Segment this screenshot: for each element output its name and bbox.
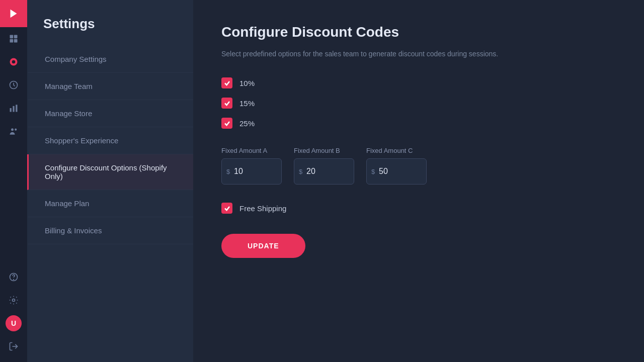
help-nav-icon[interactable]: [0, 265, 27, 289]
sidebar-item-manage-team[interactable]: Manage Team: [27, 73, 193, 100]
svg-rect-4: [14, 39, 18, 43]
fixed-amount-a-input[interactable]: [221, 158, 282, 185]
svg-point-11: [11, 128, 14, 131]
fixed-amount-c-wrapper: $: [366, 158, 427, 185]
grid-icon: [9, 34, 19, 44]
sidebar: Settings Company Settings Manage Team Ma…: [27, 0, 193, 362]
fixed-amount-c-label: Fixed Amount C: [366, 147, 427, 154]
clock-icon: [9, 80, 19, 90]
svg-rect-3: [10, 39, 14, 43]
checkbox-row-10[interactable]: 10%: [221, 77, 616, 88]
free-shipping-label: Free Shipping: [239, 204, 286, 213]
checkbox-label-15: 15%: [239, 99, 255, 108]
fixed-amounts-row: Fixed Amount A $ Fixed Amount B $ Fixed …: [221, 147, 616, 185]
fixed-amount-b-prefix: $: [299, 168, 302, 175]
avatar[interactable]: U: [6, 315, 22, 331]
checkbox-row-15[interactable]: 15%: [221, 98, 616, 109]
update-button[interactable]: UPDATE: [221, 234, 305, 258]
svg-rect-2: [14, 35, 18, 39]
logout-nav-icon[interactable]: [0, 335, 27, 358]
team-nav-icon[interactable]: [0, 120, 27, 143]
sidebar-item-manage-plan[interactable]: Manage Plan: [27, 190, 193, 217]
fixed-amount-c-prefix: $: [371, 168, 375, 175]
free-shipping-checkbox[interactable]: [221, 203, 232, 214]
rail-bottom: U: [0, 265, 27, 362]
main-content: Configure Discount Codes Select predefin…: [193, 0, 644, 362]
percentage-checkbox-group: 10% 15% 25%: [221, 77, 616, 129]
dashboard-nav-icon[interactable]: [0, 27, 27, 50]
people-icon: [9, 126, 19, 136]
checkbox-10[interactable]: [221, 77, 232, 88]
gear-nav-icon[interactable]: [0, 289, 27, 312]
checkmark-icon: [224, 100, 230, 107]
fixed-amounts-section: Fixed Amount A $ Fixed Amount B $ Fixed …: [221, 147, 616, 185]
logo-button[interactable]: [0, 0, 27, 27]
sidebar-item-shoppers-experience[interactable]: Shopper's Experience: [27, 127, 193, 154]
free-shipping-row[interactable]: Free Shipping: [221, 203, 616, 214]
logout-icon: [9, 341, 19, 351]
checkmark-icon: [224, 80, 230, 86]
sidebar-item-manage-store[interactable]: Manage Store: [27, 100, 193, 127]
fixed-amount-a-prefix: $: [226, 168, 230, 175]
fixed-amount-a-wrapper: $: [221, 158, 282, 185]
checkbox-row-25[interactable]: 25%: [221, 118, 616, 129]
settings-nav-icon[interactable]: [0, 50, 27, 73]
chart-nav-icon[interactable]: [0, 97, 27, 120]
checkbox-label-25: 25%: [239, 119, 255, 128]
checkbox-25[interactable]: [221, 118, 232, 129]
checkmark-icon: [224, 205, 230, 212]
fixed-amount-a-label: Fixed Amount A: [221, 147, 282, 154]
fixed-amount-b-group: Fixed Amount B $: [294, 147, 354, 185]
svg-rect-1: [10, 35, 14, 39]
fixed-amount-c-input[interactable]: [366, 158, 427, 185]
svg-point-6: [12, 60, 16, 64]
checkbox-label-10: 10%: [239, 79, 255, 87]
svg-rect-8: [10, 108, 12, 112]
fixed-amount-b-wrapper: $: [294, 158, 354, 185]
svg-point-12: [15, 129, 17, 131]
svg-rect-9: [13, 106, 14, 112]
svg-point-14: [14, 280, 14, 280]
history-nav-icon[interactable]: [0, 73, 27, 97]
fixed-amount-b-input[interactable]: [294, 158, 354, 185]
sidebar-nav: Company Settings Manage Team Manage Stor…: [27, 46, 193, 244]
sidebar-item-billing-invoices[interactable]: Billing & Invoices: [27, 217, 193, 244]
page-subtitle: Select predefined options for the sales …: [221, 48, 523, 59]
svg-marker-0: [11, 10, 17, 18]
icon-rail: U: [0, 0, 27, 362]
sidebar-title: Settings: [27, 16, 193, 46]
fixed-amount-c-group: Fixed Amount C $: [366, 147, 427, 185]
checkbox-15[interactable]: [221, 98, 232, 109]
checkmark-icon: [224, 120, 230, 127]
sidebar-item-company-settings[interactable]: Company Settings: [27, 46, 193, 73]
circle-icon: [9, 57, 19, 67]
page-title: Configure Discount Codes: [221, 24, 616, 40]
settings-icon: [9, 295, 19, 305]
bar-chart-icon: [9, 103, 19, 113]
question-icon: [9, 272, 19, 282]
fixed-amount-a-group: Fixed Amount A $: [221, 147, 282, 185]
fixed-amount-b-label: Fixed Amount B: [294, 147, 354, 154]
svg-point-15: [13, 299, 15, 302]
play-icon: [8, 8, 19, 19]
svg-rect-10: [16, 105, 17, 112]
sidebar-item-configure-discount[interactable]: Configure Discount Options (Shopify Only…: [27, 154, 193, 190]
